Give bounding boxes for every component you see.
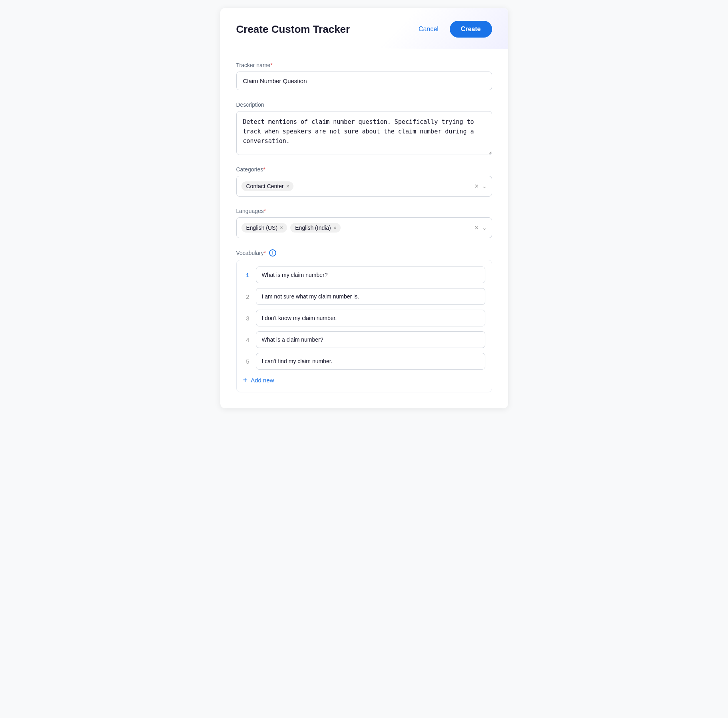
tracker-name-label: Tracker name*: [236, 62, 492, 68]
vocabulary-info-icon[interactable]: i: [269, 249, 276, 257]
vocabulary-row-3: 3: [243, 310, 485, 326]
languages-select[interactable]: English (US) × English (India) × × ⌄: [236, 217, 492, 238]
tracker-name-input[interactable]: [236, 72, 492, 90]
vocabulary-row-2: 2: [243, 288, 485, 305]
vocabulary-row-1: 1: [243, 267, 485, 283]
description-label: Description: [236, 101, 492, 108]
categories-chevron-icon[interactable]: ⌄: [482, 183, 487, 189]
vocabulary-field: Vocabulary* i 1 2 3: [236, 249, 492, 392]
languages-chevron-icon[interactable]: ⌄: [482, 225, 487, 231]
vocab-number-5: 5: [243, 358, 249, 365]
categories-select[interactable]: Contact Center × × ⌄: [236, 176, 492, 197]
categories-field: Categories* Contact Center × × ⌄: [236, 166, 492, 197]
cancel-button[interactable]: Cancel: [414, 22, 443, 36]
tracker-name-field: Tracker name*: [236, 62, 492, 90]
add-new-button[interactable]: + Add new: [243, 374, 485, 386]
form-body: Tracker name* Description Detect mention…: [220, 49, 508, 408]
vocab-input-1[interactable]: [256, 267, 485, 283]
categories-select-actions: × ⌄: [475, 183, 487, 190]
language-tag-close-english-us[interactable]: ×: [280, 225, 283, 231]
vocabulary-label: Vocabulary*: [236, 250, 266, 256]
languages-select-actions: × ⌄: [475, 224, 487, 231]
categories-clear-icon[interactable]: ×: [475, 183, 479, 190]
create-button[interactable]: Create: [450, 21, 492, 38]
vocabulary-row-4: 4: [243, 331, 485, 348]
vocab-input-2[interactable]: [256, 288, 485, 305]
header-actions: Cancel Create: [414, 21, 492, 38]
languages-label: Languages*: [236, 208, 492, 214]
languages-clear-icon[interactable]: ×: [475, 224, 479, 231]
languages-field: Languages* English (US) × English (India…: [236, 208, 492, 238]
vocab-number-4: 4: [243, 336, 249, 343]
language-tag-close-english-india[interactable]: ×: [333, 225, 337, 231]
vocab-number-1: 1: [243, 272, 249, 278]
page-wrapper: Create Custom Tracker Cancel Create Trac…: [220, 8, 508, 408]
language-tag-english-india: English (India) ×: [290, 223, 341, 233]
vocab-input-5[interactable]: [256, 353, 485, 370]
vocabulary-container: 1 2 3 4: [236, 260, 492, 392]
category-tag-contact-center: Contact Center ×: [241, 181, 293, 191]
description-field: Description Detect mentions of claim num…: [236, 101, 492, 155]
categories-label: Categories*: [236, 166, 492, 173]
vocab-input-4[interactable]: [256, 331, 485, 348]
vocab-number-3: 3: [243, 315, 249, 322]
vocab-number-2: 2: [243, 293, 249, 300]
header: Create Custom Tracker Cancel Create: [220, 8, 508, 49]
vocabulary-label-row: Vocabulary* i: [236, 249, 492, 257]
language-tag-english-us: English (US) ×: [241, 223, 287, 233]
vocab-input-3[interactable]: [256, 310, 485, 326]
description-input[interactable]: Detect mentions of claim number question…: [236, 111, 492, 155]
add-new-icon: +: [243, 376, 248, 384]
add-new-label: Add new: [251, 377, 274, 384]
vocabulary-row-5: 5: [243, 353, 485, 370]
page-title: Create Custom Tracker: [236, 23, 350, 36]
category-tag-close-contact-center[interactable]: ×: [286, 183, 289, 189]
